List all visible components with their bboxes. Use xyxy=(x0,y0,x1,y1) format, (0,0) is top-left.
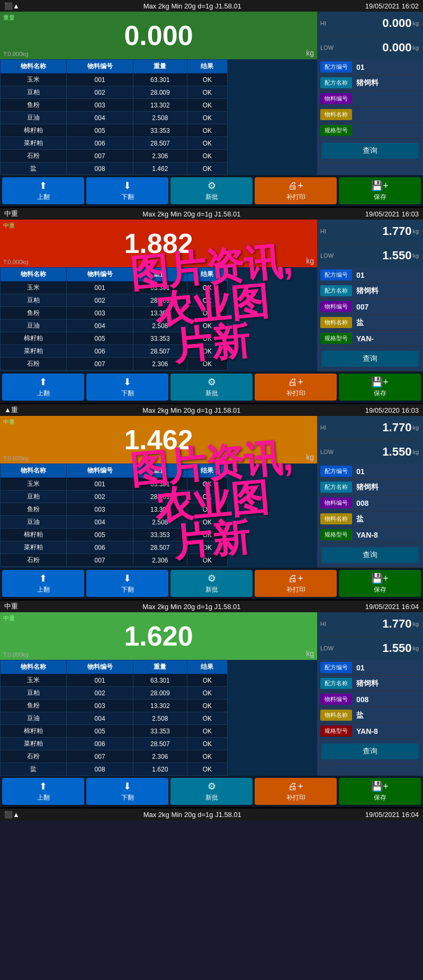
info-label-3: 物料名称 xyxy=(320,109,352,120)
btn-2[interactable]: ⚙ 新批 xyxy=(170,778,253,805)
table-header-row: 物料名称物料编号重量结果 xyxy=(1,268,228,282)
info-label-0: 配方编号 xyxy=(320,61,352,72)
low-value: 0.000 xyxy=(382,41,411,55)
hi-unit: kg xyxy=(412,228,419,234)
weight-value: 1.462 xyxy=(124,424,193,456)
panel-2: 中重 Max 2kg Min 20g d=1g J1.58.01 19/05/2… xyxy=(0,208,423,404)
query-row[interactable]: 查询 xyxy=(317,139,423,164)
btn-0[interactable]: ⬆ 上翻 xyxy=(2,177,84,204)
datetime-text: 19/05/2021 16:02 xyxy=(365,2,419,10)
btn-3[interactable]: 🖨+ 补打印 xyxy=(255,570,337,597)
data-table: 物料名称物料编号重量结果 玉米00163.301OK 豆粕00228.009OK… xyxy=(0,660,228,776)
btn-icon-1: ⬇ xyxy=(123,573,131,584)
btn-icon-1: ⬇ xyxy=(123,180,131,192)
btn-0[interactable]: ⬆ 上翻 xyxy=(2,778,84,805)
table-wrapper: 物料名称物料编号重量结果 玉米00163.301OK 豆粕00228.009OK… xyxy=(0,464,423,568)
low-unit: kg xyxy=(412,44,419,51)
btn-4[interactable]: 💾+ 保存 xyxy=(339,570,421,597)
footer-datetime: 19/05/2021 16:04 xyxy=(365,811,419,819)
info-value-0: 01 xyxy=(356,467,365,476)
weight-main: 中重 T:0.000kg 1.620 kg xyxy=(0,612,317,660)
info-label-4: 规格型号 xyxy=(320,125,352,136)
table-row: 豆油0042.508OK xyxy=(1,112,228,124)
btn-label-1: 下翻 xyxy=(121,793,134,802)
btn-3[interactable]: 🖨+ 补打印 xyxy=(255,778,337,805)
footer-spec: Max 2kg Min 20g d=1g J1.58.01 xyxy=(143,811,241,819)
query-row[interactable]: 查询 xyxy=(317,347,423,371)
btn-label-0: 上翻 xyxy=(37,585,50,594)
btn-label-0: 上翻 xyxy=(37,193,50,202)
query-row[interactable]: 查询 xyxy=(317,739,423,764)
btn-0[interactable]: ⬆ 上翻 xyxy=(2,374,84,401)
btn-1[interactable]: ⬇ 下翻 xyxy=(86,778,168,805)
status-left: 中重 xyxy=(4,602,18,611)
datetime-text: 19/05/2021 16:03 xyxy=(365,210,419,218)
header-bar: ⬛▲ Max 2kg Min 20g d=1g J1.58.01 19/05/2… xyxy=(0,0,423,12)
low-value: 1.550 xyxy=(382,249,411,262)
spec-text: Max 2kg Min 20g d=1g J1.58.01 xyxy=(142,603,240,611)
table-row: 豆油0042.508OK xyxy=(1,320,228,332)
col-header: 物料编号 xyxy=(67,60,133,74)
info-value-2: 008 xyxy=(356,499,368,507)
btn-1[interactable]: ⬇ 下翻 xyxy=(86,374,168,401)
btn-3[interactable]: 🖨+ 补打印 xyxy=(255,177,337,204)
weight-bottom-label: T:0.000kg xyxy=(3,651,29,658)
btn-label-2: 新批 xyxy=(205,193,218,202)
header-bar: 中重 Max 2kg Min 20g d=1g J1.58.01 19/05/2… xyxy=(0,208,423,220)
btn-label-0: 上翻 xyxy=(37,793,50,802)
col-header: 结果 xyxy=(187,464,227,478)
btn-label-2: 新批 xyxy=(205,389,218,398)
info-value-1: 猪饲料 xyxy=(356,78,379,88)
btn-2[interactable]: ⚙ 新批 xyxy=(170,177,253,204)
low-row: LOW 1.550 kg xyxy=(317,440,423,464)
info-row-2: 物料编号 008 xyxy=(317,692,423,707)
table-row: 豆油0042.508OK xyxy=(1,712,228,725)
table-row: 菜籽粕00628.507OK xyxy=(1,541,228,554)
info-value-2: 008 xyxy=(356,695,368,704)
weight-top-label: 重量 xyxy=(3,14,15,22)
weight-display: 中重 T:0.000kg 1.620 kg HI 1.770 kg LOW 1.… xyxy=(0,612,423,660)
query-row[interactable]: 查询 xyxy=(317,543,423,568)
btn-label-4: 保存 xyxy=(374,793,386,802)
query-button[interactable]: 查询 xyxy=(321,351,419,367)
btn-4[interactable]: 💾+ 保存 xyxy=(339,778,421,805)
info-label-1: 配方名称 xyxy=(320,77,352,88)
table-row: 盐0081.462OK xyxy=(1,162,228,175)
btn-2[interactable]: ⚙ 新批 xyxy=(170,374,253,401)
table-row: 石粉0072.306OK xyxy=(1,150,228,162)
low-row: LOW 1.550 kg xyxy=(317,637,423,660)
table-row: 菜籽粕00628.507OK xyxy=(1,345,228,358)
btn-0[interactable]: ⬆ 上翻 xyxy=(2,570,84,597)
table-header-row: 物料名称物料编号重量结果 xyxy=(1,464,228,478)
weight-unit: kg xyxy=(306,649,314,658)
table-row: 盐0081.620OK xyxy=(1,763,228,776)
weight-value: 1.620 xyxy=(124,620,193,652)
table-left: 物料名称物料编号重量结果 玉米00163.301OK 豆粕00228.009OK… xyxy=(0,464,317,568)
hi-value: 1.770 xyxy=(382,224,411,238)
table-header-row: 物料名称物料编号重量结果 xyxy=(1,60,228,74)
weight-side: HI 0.000 kg LOW 0.000 kg xyxy=(317,12,423,59)
btn-2[interactable]: ⚙ 新批 xyxy=(170,570,253,597)
btn-1[interactable]: ⬇ 下翻 xyxy=(86,570,168,597)
btn-1[interactable]: ⬇ 下翻 xyxy=(86,177,168,204)
btn-4[interactable]: 💾+ 保存 xyxy=(339,177,421,204)
table-row: 棉籽粕00533.353OK xyxy=(1,529,228,541)
info-row-0: 配方编号 01 xyxy=(317,267,423,283)
btn-icon-2: ⚙ xyxy=(208,376,216,388)
weight-display: 重量 T:0.000kg 0.000 kg HI 0.000 kg LOW 0.… xyxy=(0,12,423,59)
hi-unit: kg xyxy=(412,621,419,627)
query-button[interactable]: 查询 xyxy=(321,143,419,159)
query-button[interactable]: 查询 xyxy=(321,547,419,563)
btn-4[interactable]: 💾+ 保存 xyxy=(339,374,421,401)
info-label-2: 物料编号 xyxy=(320,694,352,705)
col-header: 物料名称 xyxy=(1,268,67,282)
info-row-1: 配方名称 猪饲料 xyxy=(317,75,423,91)
info-row-4: 规格型号 YAN- xyxy=(317,331,423,347)
weight-top-label: 中重 xyxy=(3,222,15,230)
info-label-0: 配方编号 xyxy=(320,269,352,280)
query-button[interactable]: 查询 xyxy=(321,743,419,759)
low-label: LOW xyxy=(320,449,334,455)
btn-3[interactable]: 🖨+ 补打印 xyxy=(255,374,337,401)
info-row-2: 物料编号 xyxy=(317,91,423,107)
info-label-1: 配方名称 xyxy=(320,482,352,493)
